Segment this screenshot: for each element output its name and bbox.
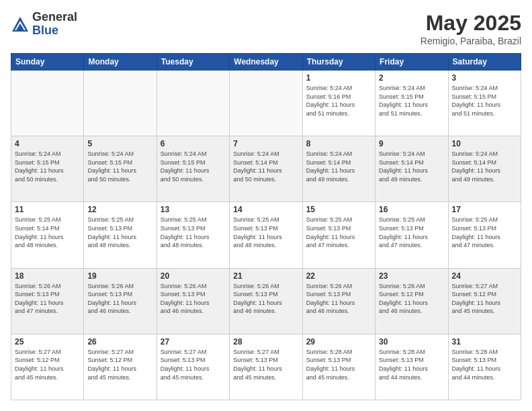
calendar-cell: 22Sunrise: 5:26 AM Sunset: 5:13 PM Dayli… xyxy=(302,268,375,334)
day-number: 7 xyxy=(233,139,298,148)
day-number: 9 xyxy=(379,139,444,148)
calendar-cell: 23Sunrise: 5:26 AM Sunset: 5:12 PM Dayli… xyxy=(375,268,448,334)
day-number: 29 xyxy=(306,337,371,347)
day-number: 3 xyxy=(452,73,517,83)
day-info: Sunrise: 5:26 AM Sunset: 5:13 PM Dayligh… xyxy=(233,282,298,316)
logo-text: General Blue xyxy=(32,11,77,38)
day-info: Sunrise: 5:26 AM Sunset: 5:13 PM Dayligh… xyxy=(15,282,80,316)
day-header-saturday: Saturday xyxy=(448,54,521,71)
calendar-cell: 13Sunrise: 5:25 AM Sunset: 5:13 PM Dayli… xyxy=(157,202,229,268)
calendar-cell xyxy=(230,71,302,136)
day-number: 31 xyxy=(452,337,517,347)
day-header-sunday: Sunday xyxy=(11,54,84,71)
day-info: Sunrise: 5:27 AM Sunset: 5:12 PM Dayligh… xyxy=(15,348,80,381)
day-info: Sunrise: 5:27 AM Sunset: 5:12 PM Dayligh… xyxy=(87,348,152,381)
day-info: Sunrise: 5:25 AM Sunset: 5:13 PM Dayligh… xyxy=(379,216,444,249)
calendar-cell: 4Sunrise: 5:24 AM Sunset: 5:15 PM Daylig… xyxy=(11,136,84,202)
week-row-1: 1Sunrise: 5:24 AM Sunset: 5:16 PM Daylig… xyxy=(11,71,521,136)
day-number: 24 xyxy=(452,271,517,281)
day-number: 19 xyxy=(87,271,152,281)
title-block: May 2025 Remigio, Paraiba, Brazil xyxy=(420,11,521,46)
day-number: 4 xyxy=(15,139,80,148)
header-row: SundayMondayTuesdayWednesdayThursdayFrid… xyxy=(11,54,521,71)
day-info: Sunrise: 5:28 AM Sunset: 5:13 PM Dayligh… xyxy=(452,348,517,381)
calendar-cell: 1Sunrise: 5:24 AM Sunset: 5:16 PM Daylig… xyxy=(302,71,375,136)
calendar-cell: 6Sunrise: 5:24 AM Sunset: 5:15 PM Daylig… xyxy=(157,136,229,202)
calendar-cell: 12Sunrise: 5:25 AM Sunset: 5:13 PM Dayli… xyxy=(84,202,157,268)
calendar-cell: 20Sunrise: 5:26 AM Sunset: 5:13 PM Dayli… xyxy=(157,268,229,334)
day-header-wednesday: Wednesday xyxy=(230,54,302,71)
logo: General Blue xyxy=(11,11,77,38)
calendar-cell: 18Sunrise: 5:26 AM Sunset: 5:13 PM Dayli… xyxy=(11,268,84,334)
day-info: Sunrise: 5:28 AM Sunset: 5:13 PM Dayligh… xyxy=(306,348,371,381)
day-info: Sunrise: 5:25 AM Sunset: 5:13 PM Dayligh… xyxy=(233,216,298,249)
day-number: 22 xyxy=(306,271,371,281)
calendar-cell: 19Sunrise: 5:26 AM Sunset: 5:13 PM Dayli… xyxy=(84,268,157,334)
week-row-5: 25Sunrise: 5:27 AM Sunset: 5:12 PM Dayli… xyxy=(11,334,521,400)
day-number: 13 xyxy=(161,205,226,214)
day-info: Sunrise: 5:26 AM Sunset: 5:13 PM Dayligh… xyxy=(306,282,371,316)
day-number: 25 xyxy=(15,337,80,347)
logo-blue-text: Blue xyxy=(32,24,77,38)
day-number: 17 xyxy=(452,205,517,214)
calendar-cell: 25Sunrise: 5:27 AM Sunset: 5:12 PM Dayli… xyxy=(11,334,84,400)
day-number: 2 xyxy=(379,73,444,83)
day-info: Sunrise: 5:25 AM Sunset: 5:14 PM Dayligh… xyxy=(15,216,80,249)
day-number: 18 xyxy=(15,271,80,281)
logo-general-text: General xyxy=(32,11,77,24)
day-number: 23 xyxy=(379,271,444,281)
day-number: 21 xyxy=(233,271,298,281)
day-info: Sunrise: 5:24 AM Sunset: 5:16 PM Dayligh… xyxy=(306,84,371,118)
day-number: 20 xyxy=(161,271,226,281)
day-info: Sunrise: 5:24 AM Sunset: 5:15 PM Dayligh… xyxy=(161,150,226,183)
day-number: 6 xyxy=(161,139,226,148)
day-info: Sunrise: 5:26 AM Sunset: 5:13 PM Dayligh… xyxy=(87,282,152,316)
calendar-cell: 21Sunrise: 5:26 AM Sunset: 5:13 PM Dayli… xyxy=(230,268,302,334)
day-info: Sunrise: 5:27 AM Sunset: 5:12 PM Dayligh… xyxy=(452,282,517,316)
day-info: Sunrise: 5:24 AM Sunset: 5:14 PM Dayligh… xyxy=(452,150,517,183)
calendar-cell: 5Sunrise: 5:24 AM Sunset: 5:15 PM Daylig… xyxy=(84,136,157,202)
calendar-cell: 24Sunrise: 5:27 AM Sunset: 5:12 PM Dayli… xyxy=(448,268,521,334)
week-row-2: 4Sunrise: 5:24 AM Sunset: 5:15 PM Daylig… xyxy=(11,136,521,202)
day-header-tuesday: Tuesday xyxy=(157,54,229,71)
calendar-cell: 28Sunrise: 5:27 AM Sunset: 5:13 PM Dayli… xyxy=(230,334,302,400)
day-number: 30 xyxy=(379,337,444,347)
day-number: 14 xyxy=(233,205,298,214)
calendar-cell: 10Sunrise: 5:24 AM Sunset: 5:14 PM Dayli… xyxy=(448,136,521,202)
day-info: Sunrise: 5:25 AM Sunset: 5:13 PM Dayligh… xyxy=(87,216,152,249)
logo-icon xyxy=(11,15,30,34)
day-number: 12 xyxy=(87,205,152,214)
day-info: Sunrise: 5:28 AM Sunset: 5:13 PM Dayligh… xyxy=(379,348,444,381)
calendar-cell: 27Sunrise: 5:27 AM Sunset: 5:13 PM Dayli… xyxy=(157,334,229,400)
day-info: Sunrise: 5:25 AM Sunset: 5:13 PM Dayligh… xyxy=(306,216,371,249)
day-info: Sunrise: 5:24 AM Sunset: 5:15 PM Dayligh… xyxy=(379,84,444,118)
day-number: 1 xyxy=(306,73,371,83)
calendar-cell xyxy=(157,71,229,136)
week-row-4: 18Sunrise: 5:26 AM Sunset: 5:13 PM Dayli… xyxy=(11,268,521,334)
header: General Blue May 2025 Remigio, Paraiba, … xyxy=(11,11,521,46)
day-info: Sunrise: 5:24 AM Sunset: 5:14 PM Dayligh… xyxy=(233,150,298,183)
day-number: 11 xyxy=(15,205,80,214)
day-info: Sunrise: 5:26 AM Sunset: 5:12 PM Dayligh… xyxy=(379,282,444,316)
day-number: 26 xyxy=(87,337,152,347)
day-number: 27 xyxy=(161,337,226,347)
day-number: 15 xyxy=(306,205,371,214)
calendar-cell: 16Sunrise: 5:25 AM Sunset: 5:13 PM Dayli… xyxy=(375,202,448,268)
location: Remigio, Paraiba, Brazil xyxy=(420,36,521,46)
day-info: Sunrise: 5:26 AM Sunset: 5:13 PM Dayligh… xyxy=(161,282,226,316)
calendar-cell: 29Sunrise: 5:28 AM Sunset: 5:13 PM Dayli… xyxy=(302,334,375,400)
calendar-cell: 2Sunrise: 5:24 AM Sunset: 5:15 PM Daylig… xyxy=(375,71,448,136)
calendar-table: SundayMondayTuesdayWednesdayThursdayFrid… xyxy=(11,53,521,400)
calendar-cell: 11Sunrise: 5:25 AM Sunset: 5:14 PM Dayli… xyxy=(11,202,84,268)
day-info: Sunrise: 5:27 AM Sunset: 5:13 PM Dayligh… xyxy=(161,348,226,381)
calendar-cell xyxy=(11,71,84,136)
calendar-cell: 30Sunrise: 5:28 AM Sunset: 5:13 PM Dayli… xyxy=(375,334,448,400)
calendar-cell: 31Sunrise: 5:28 AM Sunset: 5:13 PM Dayli… xyxy=(448,334,521,400)
day-info: Sunrise: 5:24 AM Sunset: 5:14 PM Dayligh… xyxy=(306,150,371,183)
day-info: Sunrise: 5:24 AM Sunset: 5:15 PM Dayligh… xyxy=(87,150,152,183)
day-info: Sunrise: 5:24 AM Sunset: 5:15 PM Dayligh… xyxy=(15,150,80,183)
calendar-cell: 26Sunrise: 5:27 AM Sunset: 5:12 PM Dayli… xyxy=(84,334,157,400)
day-info: Sunrise: 5:24 AM Sunset: 5:14 PM Dayligh… xyxy=(379,150,444,183)
page: General Blue May 2025 Remigio, Paraiba, … xyxy=(0,0,532,411)
calendar-cell: 17Sunrise: 5:25 AM Sunset: 5:13 PM Dayli… xyxy=(448,202,521,268)
